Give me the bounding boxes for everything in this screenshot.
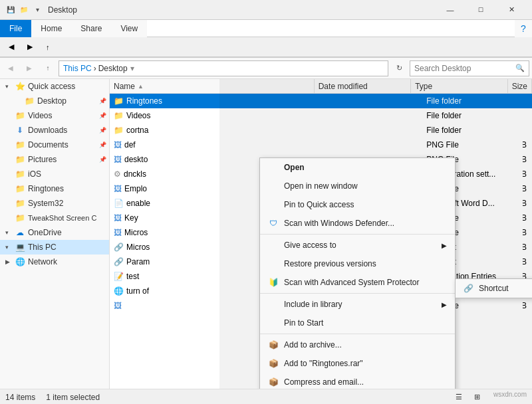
file-icon: ⚙ <box>114 169 121 179</box>
sidebar-item-network[interactable]: ▶ 🌐 Network <box>0 254 109 269</box>
submenu-item-shortcut[interactable]: 🔗 Shortcut <box>456 279 532 298</box>
ribbon-forward[interactable]: ▶ <box>21 41 39 53</box>
sidebar-label-onedrive: OneDrive <box>28 228 62 237</box>
sidebar-item-tweakshot[interactable]: 📁 TweakShot Screen C <box>0 211 109 225</box>
file-icon: 🖼 <box>114 155 122 164</box>
pin-icon: 📌 <box>99 98 106 104</box>
sidebar-item-label: Quick access <box>28 82 75 91</box>
library-icon <box>268 299 279 310</box>
sidebar-item-quick-access[interactable]: ▾ ⭐ Quick access <box>0 79 109 94</box>
search-box: 🔍 <box>410 60 529 76</box>
help-button[interactable]: ? <box>515 20 532 37</box>
refresh-button[interactable]: ↻ <box>391 60 407 76</box>
sidebar-label-tweakshot: TweakShot Screen C <box>28 214 96 222</box>
new-window-icon <box>268 181 279 191</box>
ctx-include-library[interactable]: Include in library ▶ <box>260 295 455 314</box>
sidebar-item-thispc[interactable]: ▾ 💻 This PC <box>0 240 109 254</box>
pin-icon: 📌 <box>99 127 106 134</box>
quick-access-toolbar-icon: 💾 <box>5 5 16 15</box>
file-icon: 🖼 <box>114 140 122 150</box>
tab-share[interactable]: Share <box>71 20 111 37</box>
ctx-open[interactable]: Open <box>260 158 455 177</box>
file-icon: 🔗 <box>114 243 124 252</box>
pin-icon: 📌 <box>99 112 106 119</box>
sidebar-item-pictures[interactable]: 📁 Pictures 📌 <box>0 152 109 167</box>
share-icon <box>268 240 279 251</box>
sidebar-item-ios[interactable]: 📁 iOS <box>0 167 109 181</box>
breadcrumb-thispc[interactable]: This PC <box>63 64 92 73</box>
sidebar-item-documents[interactable]: 📁 Documents 📌 <box>0 138 109 152</box>
ctx-open-new-window[interactable]: Open in new window <box>260 177 455 195</box>
minimize-button[interactable]: — <box>435 0 466 20</box>
sidebar-label-system32: System32 <box>28 199 63 208</box>
quick-access-icon: ⭐ <box>15 81 25 92</box>
ctx-give-access[interactable]: Give access to ▶ <box>260 236 455 254</box>
ctx-add-archive[interactable]: 📦 Add to archive... <box>260 336 455 354</box>
breadcrumb-sep: › <box>94 64 96 73</box>
expand-icon: ▶ <box>5 258 12 265</box>
ctx-sep-3 <box>260 334 455 334</box>
sidebar-label-ios: iOS <box>28 169 41 179</box>
sidebar-label-thispc: This PC <box>28 243 57 252</box>
ribbon-up[interactable]: ↑ <box>40 41 56 53</box>
expand-icon: ▾ <box>5 244 12 251</box>
sidebar-label-documents: Documents <box>28 140 68 150</box>
sidebar-item-downloads[interactable]: ⬇ Downloads 📌 <box>0 123 109 138</box>
title-bar: 💾 📁 ▾ Desktop — ☐ ✕ <box>0 0 532 20</box>
sidebar-item-videos[interactable]: 📁 Videos 📌 <box>0 108 109 123</box>
sidebar-item-system32[interactable]: 📁 System32 <box>0 196 109 211</box>
onedrive-icon: ☁ <box>15 227 25 238</box>
ctx-scan-defender[interactable]: 🛡 Scan with Windows Defender... <box>260 214 455 233</box>
file-icon: 🖼 <box>114 228 122 237</box>
tab-home[interactable]: Home <box>31 20 71 37</box>
shield-icon: 🛡 <box>268 218 279 229</box>
folder-icon: 📁 <box>24 96 35 106</box>
compress-icon: 📦 <box>268 377 279 387</box>
search-input[interactable] <box>414 64 513 73</box>
asp-icon: 🔰 <box>268 277 279 288</box>
sidebar: ▾ ⭐ Quick access 📁 Desktop 📌 📁 Videos 📌 … <box>0 79 110 389</box>
nav-back-button[interactable]: ◀ <box>3 60 19 76</box>
expand-icon: ▾ <box>5 83 12 90</box>
sidebar-item-desktop[interactable]: 📁 Desktop 📌 <box>0 94 109 108</box>
sidebar-label-pictures: Pictures <box>28 155 57 164</box>
sidebar-label-ringtones: Ringtones <box>28 184 64 193</box>
breadcrumb-caret[interactable]: ▾ <box>130 64 134 73</box>
ctx-restore-versions[interactable]: Restore previous versions <box>260 254 455 273</box>
folder-icon: 📁 <box>15 169 25 179</box>
close-button[interactable]: ✕ <box>496 0 527 20</box>
view-tiles-button[interactable]: ⊞ <box>469 391 485 404</box>
search-icon: 🔍 <box>515 64 525 72</box>
folder-icon: 📁 <box>114 126 124 135</box>
view-details-button[interactable]: ☰ <box>451 391 467 404</box>
title-bar-icons: 💾 📁 ▾ <box>5 5 43 15</box>
tab-file[interactable]: File <box>0 20 31 37</box>
address-path[interactable]: This PC › Desktop ▾ <box>59 60 388 76</box>
breadcrumb-desktop[interactable]: Desktop <box>98 64 128 73</box>
file-icon: 🖼 <box>114 184 122 193</box>
ribbon-back[interactable]: ◀ <box>3 41 20 53</box>
file-icon: 📄 <box>114 199 124 208</box>
ctx-pin-start[interactable]: Pin to Start <box>260 314 455 332</box>
folder-icon: 📁 <box>15 183 25 194</box>
ctx-pin-quick-access[interactable]: Pin to Quick access <box>260 195 455 214</box>
nav-up-button[interactable]: ↑ <box>40 60 56 76</box>
archive-icon: 📦 <box>268 340 279 350</box>
restore-icon <box>268 258 279 269</box>
title-bar-dropdown-icon[interactable]: ▾ <box>32 5 43 15</box>
sort-arrow: ▲ <box>138 83 144 90</box>
ctx-compress-email[interactable]: 📦 Compress and email... <box>260 373 455 389</box>
sidebar-item-onedrive[interactable]: ▾ ☁ OneDrive <box>0 225 109 240</box>
folder-icon: 📁 <box>114 96 124 106</box>
maximize-button[interactable]: ☐ <box>466 0 496 20</box>
ctx-scan-asp[interactable]: 🔰 Scan with Advanced System Protector <box>260 273 455 292</box>
pin-icon <box>268 199 279 210</box>
folder-icon: 📁 <box>15 154 25 165</box>
ctx-add-ringtones-rar[interactable]: 📦 Add to "Ringtones.rar" <box>260 354 455 373</box>
downloads-icon: ⬇ <box>15 125 25 136</box>
sidebar-item-ringtones[interactable]: 📁 Ringtones <box>0 181 109 196</box>
ribbon-tabs: File Home Share View ? <box>0 20 532 37</box>
ribbon: File Home Share View ? ◀ ▶ ↑ <box>0 20 532 58</box>
tab-view[interactable]: View <box>111 20 147 37</box>
nav-forward-button[interactable]: ▶ <box>21 60 37 76</box>
